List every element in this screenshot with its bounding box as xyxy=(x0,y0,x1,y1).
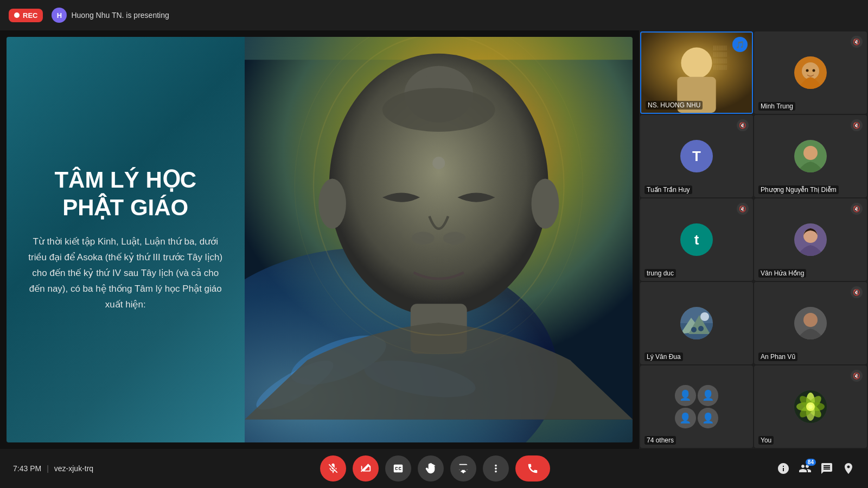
bottom-right: 84 xyxy=(777,462,855,475)
chat-icon xyxy=(820,462,833,475)
tile-tuan[interactable]: T 🔇 Tuấn Trần Huy xyxy=(640,115,753,197)
ns-huong-name: NS. HUONG NHU xyxy=(646,101,703,110)
bottom-center xyxy=(320,455,550,481)
others-name: 74 others xyxy=(644,436,676,445)
ly-avatar xyxy=(680,307,713,339)
an-mute-icon: 🔇 xyxy=(851,286,863,298)
raise-hand-button[interactable] xyxy=(418,455,444,481)
people-count-badge: 84 xyxy=(806,459,816,466)
meeting-code: vez-xjuk-trq xyxy=(54,464,93,473)
buddha-image xyxy=(245,37,633,442)
tile-others[interactable]: 👤 👤 👤 👤 74 others xyxy=(640,365,753,448)
chat-button[interactable] xyxy=(820,462,833,475)
ly-svg xyxy=(680,307,713,339)
svg-point-12 xyxy=(412,232,435,245)
slide-body: Từ thời kiết tập Kinh, Luật, Luận thứ ba… xyxy=(26,234,225,312)
camera-button[interactable] xyxy=(353,455,379,481)
svg-point-40 xyxy=(803,313,818,327)
main-content: TÂM LÝ HỌCPHẬT GIÁO Từ thời kiết tập Kin… xyxy=(0,30,868,449)
more-options-button[interactable] xyxy=(483,455,509,481)
trung-duc-avatar: t xyxy=(680,223,713,256)
others-mini-4: 👤 xyxy=(698,408,719,429)
mute-button[interactable] xyxy=(320,455,346,481)
van-svg xyxy=(794,223,827,256)
you-mute-icon: 🔇 xyxy=(851,370,863,382)
activities-button[interactable] xyxy=(842,462,855,475)
svg-point-9 xyxy=(382,88,495,132)
presenter-avatar: H xyxy=(52,8,67,23)
svg-point-27 xyxy=(813,69,815,72)
phuong-svg xyxy=(794,140,827,172)
tile-phuong[interactable]: 🔇 Phượng Nguyễn Thị Diễm xyxy=(754,115,867,197)
tile-ns-huong[interactable]: |||||||||||| |||||||||||| |||||||||||| |… xyxy=(640,31,753,114)
an-avatar xyxy=(794,307,827,339)
others-mini-2: 👤 xyxy=(698,385,719,406)
phuong-name: Phượng Nguyễn Thị Diễm xyxy=(758,185,839,194)
van-avatar xyxy=(794,223,827,256)
svg-point-8 xyxy=(432,157,445,169)
tile-ly[interactable]: Lý Văn Đua xyxy=(640,282,753,364)
tuan-name: Tuấn Trần Huy xyxy=(644,185,692,194)
tile-van[interactable]: 🔇 Vân Hứa Hồng xyxy=(754,198,867,281)
tile-trung-duc[interactable]: t 🔇 trung duc xyxy=(640,198,753,281)
captions-button[interactable] xyxy=(385,455,411,481)
svg-point-18 xyxy=(681,48,712,79)
minh-trung-name: Minh Trung xyxy=(758,102,795,111)
presenter-initial: H xyxy=(57,11,62,20)
tile-minh-trung[interactable]: 🔇 Minh Trung xyxy=(754,31,867,114)
svg-text:||||||||||||: |||||||||||| xyxy=(713,52,727,57)
camera-off-icon xyxy=(360,463,372,474)
tuan-avatar: T xyxy=(680,140,713,172)
ly-name: Lý Văn Đua xyxy=(644,352,683,361)
svg-point-26 xyxy=(806,69,809,72)
mic-off-icon xyxy=(327,463,339,474)
tile-you[interactable]: 🔇 You xyxy=(754,365,867,448)
svg-text:||||||||||||: |||||||||||| xyxy=(713,65,727,70)
trung-duc-name: trung duc xyxy=(644,269,676,278)
slide-container: TÂM LÝ HỌCPHẬT GIÁO Từ thời kiết tập Kin… xyxy=(7,37,633,442)
presentation-area: TÂM LÝ HỌCPHẬT GIÁO Từ thời kiết tập Kin… xyxy=(0,30,639,449)
svg-point-10 xyxy=(318,178,346,228)
van-mute-icon: 🔇 xyxy=(851,203,863,215)
present-button[interactable] xyxy=(450,455,476,481)
minh-trung-avatar xyxy=(794,56,827,89)
trung-duc-mute-icon: 🔇 xyxy=(737,203,749,215)
svg-point-38 xyxy=(698,326,704,331)
presenter-info: H Huong Nhu TN. is presenting xyxy=(52,8,169,23)
minh-trung-svg xyxy=(794,56,827,89)
phuong-avatar xyxy=(794,140,827,172)
tile-an[interactable]: 🔇 An Phan Vũ xyxy=(754,282,867,364)
captions-icon xyxy=(392,463,404,474)
people-button[interactable]: 84 xyxy=(799,462,812,475)
phuong-mute-icon: 🔇 xyxy=(851,119,863,131)
presenter-text: Huong Nhu TN. is presenting xyxy=(71,11,169,20)
more-icon xyxy=(490,463,502,474)
slide-right xyxy=(245,37,633,442)
participants-sidebar: |||||||||||| |||||||||||| |||||||||||| |… xyxy=(639,30,868,449)
svg-point-7 xyxy=(426,66,451,91)
divider-bar: | xyxy=(47,464,49,473)
hand-icon xyxy=(425,463,437,474)
info-button[interactable] xyxy=(777,462,790,475)
svg-point-11 xyxy=(531,178,559,228)
lotus-svg xyxy=(794,390,827,423)
present-icon xyxy=(457,463,469,474)
bottom-left: 7:43 PM | vez-xjuk-trq xyxy=(13,464,93,473)
top-bar: REC H Huong Nhu TN. is presenting xyxy=(0,0,868,30)
minh-trung-mute-icon: 🔇 xyxy=(851,36,863,48)
audio-active-icon: 🎵 xyxy=(732,37,748,52)
time-display: 7:43 PM xyxy=(13,464,41,473)
bottom-bar: 7:43 PM | vez-xjuk-trq xyxy=(0,449,868,488)
rec-badge: REC xyxy=(9,9,43,22)
end-call-icon xyxy=(527,463,539,474)
others-grid: 👤 👤 👤 👤 xyxy=(675,385,718,428)
slide-left: TÂM LÝ HỌCPHẬT GIÁO Từ thời kiết tập Kin… xyxy=(7,37,245,442)
an-svg xyxy=(794,307,827,339)
rec-label: REC xyxy=(23,11,37,20)
others-mini-3: 👤 xyxy=(675,408,696,429)
svg-point-36 xyxy=(700,312,709,321)
you-name: You xyxy=(758,436,774,445)
you-avatar xyxy=(794,390,827,423)
svg-point-29 xyxy=(803,146,818,160)
end-call-button[interactable] xyxy=(515,455,550,481)
